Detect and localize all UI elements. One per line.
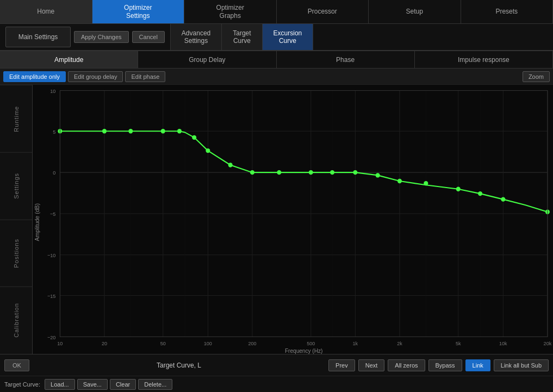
left-sidebar: Runtime Settings Positions Calibration bbox=[0, 85, 33, 354]
curve-point[interactable] bbox=[330, 170, 334, 175]
svg-text:2k: 2k bbox=[397, 341, 402, 346]
svg-text:−15: −15 bbox=[47, 294, 55, 299]
edit-amplitude-button[interactable]: Edit amplitude only bbox=[3, 71, 66, 82]
app-wrapper: Home OptimizerSettings OptimizerGraphs P… bbox=[0, 0, 553, 392]
svg-text:500: 500 bbox=[307, 341, 315, 346]
bypass-button[interactable]: Bypass bbox=[428, 359, 462, 371]
curve-point[interactable] bbox=[277, 170, 281, 175]
ok-button[interactable]: OK bbox=[4, 359, 29, 371]
curve-point[interactable] bbox=[456, 186, 461, 191]
sidebar-item-runtime[interactable]: Runtime bbox=[0, 85, 32, 152]
svg-rect-1 bbox=[33, 85, 553, 354]
curve-point[interactable] bbox=[478, 191, 482, 196]
sidebar-item-settings[interactable]: Settings bbox=[0, 152, 32, 220]
svg-text:10k: 10k bbox=[499, 341, 507, 346]
all-zeros-button[interactable]: All zeros bbox=[388, 359, 425, 371]
link-button[interactable]: Link bbox=[465, 359, 490, 371]
svg-text:Amplitude (dB): Amplitude (dB) bbox=[34, 203, 40, 241]
curve-point[interactable] bbox=[309, 170, 313, 175]
curve-point[interactable] bbox=[376, 173, 380, 177]
delete-button[interactable]: Delete... bbox=[138, 379, 172, 390]
tab-optimizer-settings[interactable]: OptimizerSettings bbox=[92, 0, 185, 23]
sub-tab-group-delay[interactable]: Group Delay bbox=[138, 51, 276, 68]
tab-advanced-settings[interactable]: AdvancedSettings bbox=[171, 24, 222, 50]
sidebar-item-calibration[interactable]: Calibration bbox=[0, 287, 32, 354]
apply-changes-button[interactable]: Apply Changes bbox=[74, 31, 129, 43]
edit-row: Edit amplitude only Edit group delay Edi… bbox=[0, 69, 553, 85]
svg-text:−10: −10 bbox=[47, 253, 55, 258]
svg-text:20: 20 bbox=[102, 341, 107, 346]
curve-point[interactable] bbox=[177, 129, 182, 133]
tab-excursion-curve[interactable]: ExcursionCurve bbox=[263, 24, 314, 50]
curve-point[interactable] bbox=[424, 181, 428, 185]
curve-point[interactable] bbox=[102, 129, 107, 133]
curve-point[interactable] bbox=[250, 170, 254, 175]
cancel-button[interactable]: Cancel bbox=[132, 31, 165, 43]
tab-setup[interactable]: Setup bbox=[369, 0, 461, 23]
sub-tab-impulse-response[interactable]: Impulse response bbox=[415, 51, 553, 68]
svg-text:10: 10 bbox=[57, 341, 63, 346]
prev-button[interactable]: Prev bbox=[328, 359, 355, 371]
sidebar-item-positions[interactable]: Positions bbox=[0, 220, 32, 287]
svg-text:−20: −20 bbox=[47, 334, 55, 340]
save-button[interactable]: Save... bbox=[77, 379, 108, 390]
sub-tab-phase[interactable]: Phase bbox=[277, 51, 415, 68]
frequency-chart: Amplitude (dB) 10 5 0 −5 −10 −15 −20 bbox=[33, 85, 553, 354]
curve-point[interactable] bbox=[353, 170, 357, 175]
tab-optimizer-graphs[interactable]: OptimizerGraphs bbox=[184, 0, 277, 23]
curve-point[interactable] bbox=[228, 163, 233, 167]
svg-text:Frequency (Hz): Frequency (Hz) bbox=[285, 348, 322, 354]
svg-text:0: 0 bbox=[53, 170, 55, 176]
tab-home[interactable]: Home bbox=[0, 0, 92, 23]
svg-text:100: 100 bbox=[204, 341, 212, 346]
curve-point[interactable] bbox=[128, 129, 133, 133]
load-button[interactable]: Load... bbox=[45, 379, 75, 390]
svg-text:−5: −5 bbox=[50, 211, 55, 217]
apply-cancel-group: Main Settings Apply Changes Cancel bbox=[0, 24, 171, 50]
svg-text:10: 10 bbox=[50, 89, 55, 94]
clear-button[interactable]: Clear bbox=[110, 379, 136, 390]
edit-group-delay-button[interactable]: Edit group delay bbox=[68, 71, 123, 82]
next-button[interactable]: Next bbox=[358, 359, 385, 371]
curve-point[interactable] bbox=[501, 197, 505, 201]
edit-phase-button[interactable]: Edit phase bbox=[125, 71, 165, 82]
curve-point[interactable] bbox=[161, 129, 165, 133]
curve-point[interactable] bbox=[397, 179, 402, 183]
svg-text:50: 50 bbox=[160, 341, 166, 346]
content-area: Runtime Settings Positions Calibration A… bbox=[0, 85, 553, 354]
link-all-but-sub-button[interactable]: Link all but Sub bbox=[494, 359, 549, 371]
svg-text:20k: 20k bbox=[544, 341, 552, 346]
bottom-bar: OK Target Curve, L Prev Next All zeros B… bbox=[0, 354, 553, 376]
zoom-button[interactable]: Zoom bbox=[523, 71, 550, 82]
tab-target-curve[interactable]: TargetCurve bbox=[222, 24, 262, 50]
curve-point[interactable] bbox=[192, 135, 196, 140]
svg-text:200: 200 bbox=[248, 341, 256, 346]
svg-text:1k: 1k bbox=[353, 341, 358, 346]
sub-tabs: Amplitude Group Delay Phase Impulse resp… bbox=[0, 51, 553, 69]
svg-text:5k: 5k bbox=[456, 341, 461, 346]
tab-presets[interactable]: Presets bbox=[461, 0, 554, 23]
target-curve-label: Target Curve, L bbox=[157, 362, 201, 369]
second-tabs-row: Main Settings Apply Changes Cancel Advan… bbox=[0, 24, 553, 51]
curve-point[interactable] bbox=[206, 148, 210, 153]
bottom-action-row: Target Curve: Load... Save... Clear Dele… bbox=[0, 376, 553, 392]
target-curve-static-label: Target Curve: bbox=[4, 381, 40, 388]
sub-tab-amplitude[interactable]: Amplitude bbox=[0, 51, 138, 68]
top-nav: Home OptimizerSettings OptimizerGraphs P… bbox=[0, 0, 553, 24]
chart-container[interactable]: Amplitude (dB) 10 5 0 −5 −10 −15 −20 bbox=[33, 85, 553, 354]
tab-processor[interactable]: Processor bbox=[277, 0, 369, 23]
tab-main-settings[interactable]: Main Settings bbox=[5, 27, 71, 47]
svg-text:5: 5 bbox=[53, 129, 55, 134]
